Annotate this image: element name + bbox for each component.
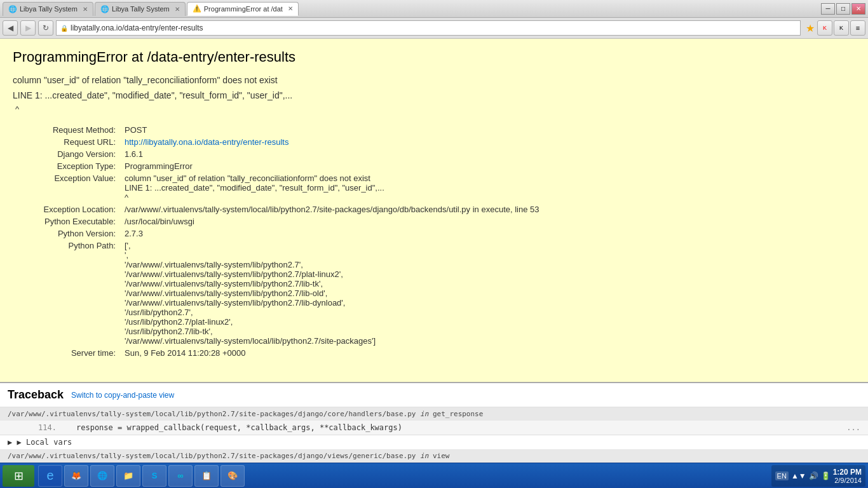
traceback-code-row: 114. response = wrapped_callback(request… <box>0 421 868 435</box>
taskbar-explorer[interactable]: 📁 <box>116 465 140 487</box>
nav-bar: ◀ ▶ ↻ 🔒 libyatally.ona.io/data-entry/ent… <box>0 18 868 38</box>
extension-buttons: K K ≡ <box>817 20 865 36</box>
tab-3[interactable]: ⚠️ ProgrammingError at /dat ✕ <box>187 2 299 16</box>
clock-date: 2/9/2014 <box>833 477 862 484</box>
refresh-button[interactable]: ↻ <box>38 20 53 36</box>
taskbar-skype[interactable]: S <box>142 465 166 487</box>
taskbar-firefox[interactable]: 🦊 <box>64 465 88 487</box>
python-path-item: '/usr/lib/python2.7/lib-tk', <box>125 327 213 336</box>
error-description-2: LINE 1: ...created_date", "modified_date… <box>13 88 855 102</box>
exception-type-value: ProgrammingError <box>121 160 855 172</box>
app7-icon: 📋 <box>201 471 212 480</box>
page-content: ProgrammingError at /data-entry/enter-re… <box>0 39 868 382</box>
python-version-row: Python Version: 2.7.3 <box>13 227 855 240</box>
request-method-value: POST <box>121 124 855 136</box>
exception-type-row: Exception Type: ProgrammingError <box>13 160 855 172</box>
django-version-label: Django Version: <box>13 148 121 160</box>
exception-value-label: Exception Value: <box>13 172 121 203</box>
traceback-file-path-1: /var/www/.virtualenvs/tally-system/local… <box>8 410 416 418</box>
python-path-item: '/var/www/.virtualenvs/tally-system/lib/… <box>125 288 327 298</box>
address-bar[interactable]: 🔒 libyatally.ona.io/data-entry/enter-res… <box>56 20 801 36</box>
tab-label-1: Libya Tally System <box>20 5 78 13</box>
python-path-item: '/var/www/.virtualenvs/tally-system/lib/… <box>125 260 303 269</box>
python-path-item: '/usr/lib/python2.7/plat-linux2', <box>125 317 233 327</box>
taskbar-app8[interactable]: 🎨 <box>220 465 245 487</box>
python-path-label: Python Path: <box>13 240 121 347</box>
request-url-label: Request URL: <box>13 136 121 148</box>
line-number: 114. <box>38 423 76 432</box>
app8-icon: 🎨 <box>227 471 238 480</box>
python-path-item: '/var/www/.virtualenvs/tally-system/loca… <box>125 336 376 346</box>
back-button[interactable]: ◀ <box>3 20 18 36</box>
request-url-row: Request URL: http://libyatally.ona.io/da… <box>13 136 855 148</box>
close-button[interactable]: ✕ <box>851 3 865 15</box>
ie-icon: e <box>46 468 53 483</box>
firefox-icon: 🦊 <box>71 471 81 480</box>
traceback-locals[interactable]: ▶ ▶ Local vars <box>0 435 868 449</box>
taskbar-ie[interactable]: e <box>38 465 62 487</box>
taskbar-app7[interactable]: 📋 <box>194 465 219 487</box>
python-path-item: '/var/www/.virtualenvs/tally-system/lib/… <box>125 298 345 308</box>
request-method-label: Request Method: <box>13 124 121 136</box>
python-path-item: '/usr/lib/python2.7', <box>125 308 193 317</box>
copy-paste-link[interactable]: Switch to copy-and-paste view <box>71 391 174 400</box>
chrome-icon: 🌐 <box>97 471 107 480</box>
tab-label-2: Libya Tally System <box>112 5 170 13</box>
exception-type-label: Exception Type: <box>13 160 121 172</box>
clock: 1:20 PM 2/9/2014 <box>833 468 862 484</box>
tab-1[interactable]: 🌐 Libya Tally System ✕ <box>3 2 93 16</box>
locals-label: ▶ Local vars <box>17 438 72 447</box>
security-icon: 🔒 <box>60 25 68 32</box>
traceback-title: Traceback <box>8 388 64 402</box>
browser-chrome: ◀ ▶ ↻ 🔒 libyatally.ona.io/data-entry/ent… <box>0 18 868 39</box>
tab-favicon-3: ⚠️ <box>193 4 201 13</box>
bookmark-button[interactable]: ★ <box>806 22 815 34</box>
python-executable-value: /usr/local/bin/uwsgi <box>121 215 855 227</box>
skype-icon: S <box>152 471 158 480</box>
kaspersky-button[interactable]: K <box>817 20 832 36</box>
forward-button[interactable]: ▶ <box>20 20 36 36</box>
menu-button[interactable]: ≡ <box>850 20 865 36</box>
code-content: response = wrapped_callback(request, *ca… <box>76 423 846 432</box>
exception-value-value: column "user_id" of relation "tally_reco… <box>121 172 855 203</box>
traceback-section: Traceback Switch to copy-and-paste view … <box>0 382 868 463</box>
minimize-button[interactable]: ─ <box>821 3 835 15</box>
python-version-label: Python Version: <box>13 227 121 240</box>
error-info-table: Request Method: POST Request URL: http:/… <box>13 124 855 359</box>
maximize-button[interactable]: □ <box>836 3 850 15</box>
taskbar: ⊞ e 🦊 🌐 📁 S ∞ 📋 🎨 EN ▲▼ 🔊 🔋 1 <box>0 463 868 488</box>
titlebar: 🌐 Libya Tally System ✕ 🌐 Libya Tally Sys… <box>0 0 868 18</box>
tab-close-1[interactable]: ✕ <box>83 6 88 13</box>
taskbar-chrome[interactable]: 🌐 <box>90 465 114 487</box>
request-url-value: http://libyatally.ona.io/data-entry/ente… <box>121 136 855 148</box>
python-path-values: [', ', '/var/www/.virtualenvs/tally-syst… <box>121 240 855 347</box>
python-executable-row: Python Executable: /usr/local/bin/uwsgi <box>13 215 855 227</box>
app6-icon: ∞ <box>177 471 183 480</box>
tab-close-3[interactable]: ✕ <box>288 5 293 12</box>
exception-value-line3: ^ <box>125 193 128 202</box>
tab-favicon-1: 🌐 <box>8 5 17 13</box>
taskbar-app6[interactable]: ∞ <box>168 465 193 487</box>
traceback-file-function-2: view <box>433 452 450 460</box>
taskbar-apps: e 🦊 🌐 📁 S ∞ 📋 🎨 <box>38 465 771 487</box>
exception-value-line2: LINE 1: ...created_date", "modified_date… <box>125 183 384 193</box>
exception-value-line1: column "user_id" of relation "tally_reco… <box>125 173 370 183</box>
tab-label-3: ProgrammingError at /dat <box>204 5 283 13</box>
extension-button-2[interactable]: K <box>834 20 849 36</box>
traceback-file-2: /var/www/.virtualenvs/tally-system/local… <box>0 449 868 463</box>
clock-time: 1:20 PM <box>833 468 862 477</box>
traceback-file-function-1: get_response <box>433 410 483 418</box>
python-path-row: Python Path: [', ', '/var/www/.virtualen… <box>13 240 855 347</box>
tab-close-2[interactable]: ✕ <box>175 6 180 13</box>
ellipsis: ... <box>846 423 860 432</box>
exception-location-label: Exception Location: <box>13 203 121 215</box>
request-url-link[interactable]: http://libyatally.ona.io/data-entry/ente… <box>125 137 288 147</box>
start-button[interactable]: ⊞ <box>3 465 34 487</box>
window-controls: ─ □ ✕ <box>821 3 865 15</box>
error-description-1: column "user_id" of relation "tally_reco… <box>13 73 855 87</box>
error-title: ProgrammingError at /data-entry/enter-re… <box>13 49 855 65</box>
systray: EN ▲▼ 🔊 🔋 1:20 PM 2/9/2014 <box>771 465 865 487</box>
python-executable-label: Python Executable: <box>13 215 121 227</box>
tab-2[interactable]: 🌐 Libya Tally System ✕ <box>95 2 186 16</box>
traceback-file-keyword-1: in <box>420 410 433 418</box>
